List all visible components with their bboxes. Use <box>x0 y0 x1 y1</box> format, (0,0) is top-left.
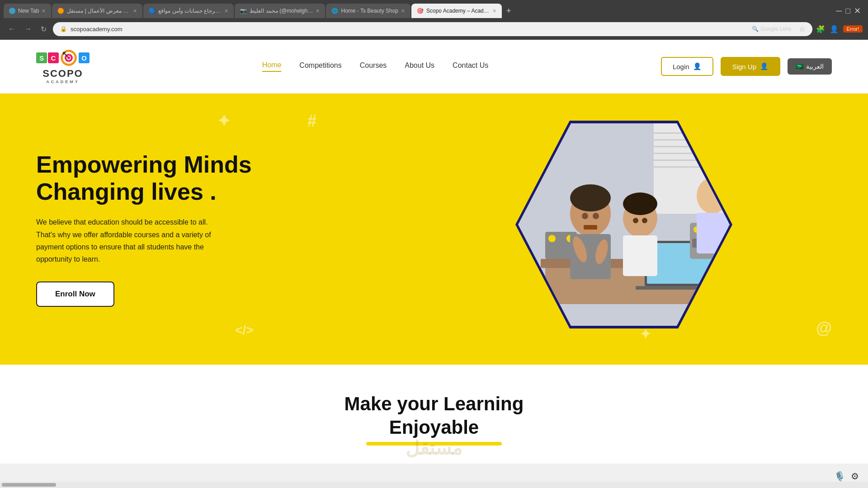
forward-button[interactable]: → <box>22 23 34 35</box>
address-bar[interactable]: 🔒 scopoacademy.com 🔍 Google Lens ☆ <box>53 22 812 36</box>
tab-close-2[interactable]: ✕ <box>133 8 137 14</box>
svg-rect-14 <box>654 166 730 168</box>
tab-favicon-5: 🌐 <box>331 8 338 14</box>
lower-subtitle: Enjoyable <box>366 417 502 438</box>
website-content: S C O SCO <box>0 40 868 464</box>
deco-hash: # <box>307 112 316 131</box>
tab-new-tab[interactable]: 🌐 New Tab ✕ <box>4 4 51 18</box>
tab-label-3: استرجاع حسابات وأمن مواقع <box>158 8 222 14</box>
arabic-button[interactable]: 🇸🇦 العربية <box>788 58 832 75</box>
main-nav: Home Competitions Courses About Us Conta… <box>108 61 643 72</box>
reload-button[interactable]: ↻ <box>38 23 49 35</box>
hero-section: ✦ # ⚙✦ ◇ </> ✦ @ Empowering Minds Changi… <box>0 94 868 365</box>
deco-code: </> <box>235 323 253 338</box>
tab-label-2: إضافة معرض الأعمال | مستقل <box>67 8 130 14</box>
svg-point-25 <box>582 213 588 219</box>
star-icon[interactable]: ☆ <box>799 25 805 33</box>
lower-underline <box>366 442 502 446</box>
header-actions: Login 👤 Sign Up 👤 🇸🇦 العربية <box>661 57 832 76</box>
tab-favicon-6: 🎯 <box>417 8 424 14</box>
login-button[interactable]: Login 👤 <box>661 57 713 76</box>
tab-label-4: محمد الغليط (@mohelghaleez) <box>250 8 313 14</box>
svg-rect-39 <box>697 213 728 253</box>
google-lens-button[interactable]: 🔍 Google Lens <box>752 26 791 32</box>
tab-close-3[interactable]: ✕ <box>224 8 228 14</box>
svg-rect-12 <box>654 153 730 154</box>
extensions-icon[interactable]: 🧩 <box>816 25 825 33</box>
nav-home[interactable]: Home <box>262 61 282 72</box>
system-bar: 🎙️ ⚙ <box>834 471 859 482</box>
tab-close-1[interactable]: ✕ <box>42 8 46 14</box>
signup-user-icon: 👤 <box>760 62 769 70</box>
hero-left: Empowering Minds Changing lives . We bel… <box>36 151 434 307</box>
svg-rect-27 <box>584 225 597 230</box>
tab-instagram[interactable]: 📷 محمد الغليط (@mohelghaleez) ✕ <box>235 4 325 18</box>
tab-mustaqil[interactable]: 🟠 إضافة معرض الأعمال | مستقل ✕ <box>52 4 142 18</box>
nav-contact-us[interactable]: Contact Us <box>453 61 488 71</box>
svg-rect-11 <box>654 146 730 147</box>
hexagon-container <box>515 121 750 338</box>
scrollbar[interactable] <box>0 482 868 488</box>
logo-letter-c: C <box>48 52 59 63</box>
maximize-button[interactable]: □ <box>845 6 850 16</box>
svg-point-33 <box>623 192 657 215</box>
scrollbar-thumb[interactable] <box>2 483 56 487</box>
nav-competitions[interactable]: Competitions <box>299 61 341 71</box>
svg-point-28 <box>570 184 611 211</box>
signup-label: Sign Up <box>732 63 756 70</box>
new-tab-button[interactable]: + <box>503 5 515 18</box>
lower-title: Make your Learning <box>36 392 832 417</box>
hero-title: Empowering Minds Changing lives . <box>36 151 434 206</box>
arabic-label: العربية <box>806 63 824 70</box>
svg-point-21 <box>548 235 556 242</box>
tab-label-1: New Tab <box>18 8 39 14</box>
profile-icon[interactable]: 👤 <box>830 25 839 33</box>
error-badge: Error! <box>843 25 863 33</box>
signup-button[interactable]: Sign Up 👤 <box>721 57 780 76</box>
hero-title-line2: Changing lives . <box>36 178 217 205</box>
google-lens-icon: 🔍 <box>752 26 759 32</box>
microphone-icon[interactable]: 🎙️ <box>834 471 845 482</box>
tab-favicon-3: 🔵 <box>149 8 156 14</box>
settings-icon[interactable]: ⚙ <box>851 471 859 482</box>
svg-rect-9 <box>654 132 730 134</box>
site-logo[interactable]: S C O SCO <box>36 49 90 84</box>
logo-letter-o: O <box>79 52 90 63</box>
svg-point-32 <box>642 218 647 223</box>
nav-about-us[interactable]: About Us <box>405 61 434 71</box>
tab-favicon-2: 🟠 <box>57 8 64 14</box>
svg-point-38 <box>697 178 728 214</box>
nav-courses[interactable]: Courses <box>360 61 387 71</box>
logo-letter-s: S <box>36 52 47 63</box>
address-text: scopoacademy.com <box>71 26 123 33</box>
hero-right <box>434 121 832 338</box>
tab-security[interactable]: 🔵 استرجاع حسابات وأمن مواقع ✕ <box>143 4 234 18</box>
tab-beauty-shop[interactable]: 🌐 Home - Ts Beauty Shop ✕ <box>326 4 410 18</box>
logo-target-icon <box>60 49 78 67</box>
svg-rect-8 <box>654 123 730 214</box>
google-lens-label: Google Lens <box>760 26 791 32</box>
browser-window: 🌐 New Tab ✕ 🟠 إضافة معرض الأعمال | مستقل… <box>0 0 868 40</box>
hero-description: We believe that education should be acce… <box>36 216 226 265</box>
tab-label-5: Home - Ts Beauty Shop <box>341 8 398 14</box>
tab-scopo-academy[interactable]: 🎯 Scopo Academy – Academy ✕ <box>411 4 502 18</box>
close-button[interactable]: ✕ <box>854 6 861 16</box>
user-icon: 👤 <box>693 62 702 70</box>
address-bar-row: ← → ↻ 🔒 scopoacademy.com 🔍 Google Lens ☆… <box>0 18 868 40</box>
minimize-button[interactable]: ─ <box>836 6 842 16</box>
tab-close-5[interactable]: ✕ <box>401 8 405 14</box>
tab-close-6[interactable]: ✕ <box>492 8 496 14</box>
back-button[interactable]: ← <box>5 23 18 35</box>
lock-icon: 🔒 <box>60 26 67 32</box>
enroll-now-button[interactable]: Enroll Now <box>36 282 114 307</box>
logo-tagline: ACADEMY <box>46 80 80 84</box>
site-header: S C O SCO <box>0 40 868 94</box>
hero-title-line1: Empowering Minds <box>36 151 252 178</box>
svg-rect-10 <box>654 139 730 141</box>
tab-favicon-1: 🌐 <box>9 8 15 14</box>
tab-bar: 🌐 New Tab ✕ 🟠 إضافة معرض الأعمال | مستقل… <box>0 0 868 18</box>
tab-close-4[interactable]: ✕ <box>316 8 320 14</box>
svg-rect-13 <box>654 160 730 161</box>
hexagon-frame <box>515 121 732 328</box>
toolbar-icons: 🧩 👤 Error! <box>816 25 863 33</box>
